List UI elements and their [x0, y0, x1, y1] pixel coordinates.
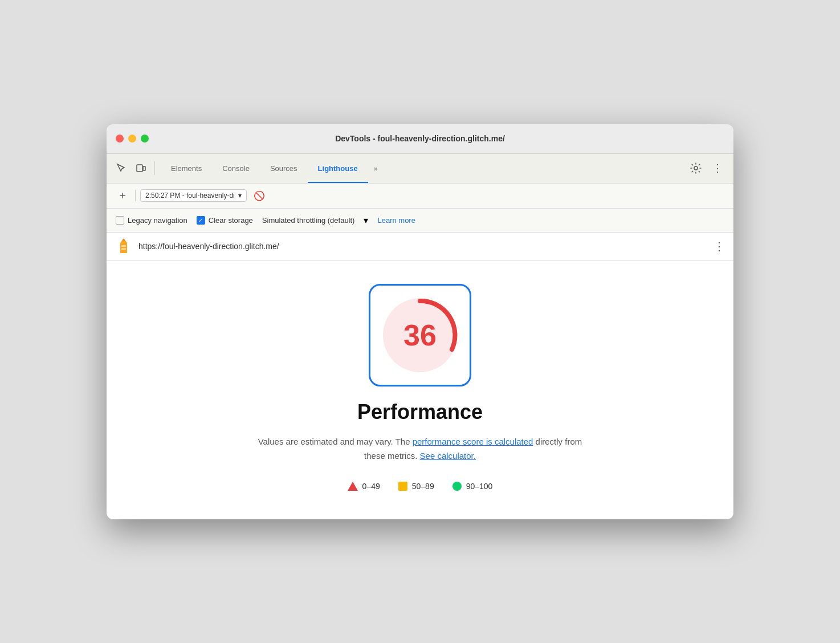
toolbar: Elements Console Sources Lighthouse » ⋮ — [107, 154, 733, 184]
tab-sources[interactable]: Sources — [260, 153, 308, 183]
clear-storage-checkbox[interactable] — [197, 216, 205, 225]
throttle-arrow-icon: ▾ — [364, 215, 368, 226]
lighthouse-logo-icon — [115, 237, 133, 255]
tab-bar: Elements Console Sources Lighthouse » — [161, 153, 421, 183]
legend-item-high: 90–100 — [452, 482, 493, 491]
high-score-icon — [452, 482, 462, 491]
low-score-range: 0–49 — [362, 482, 380, 491]
performance-title: Performance — [357, 400, 483, 424]
learn-more-link[interactable]: Learn more — [377, 216, 415, 225]
minimize-button[interactable] — [128, 135, 136, 143]
sub-toolbar: + 2:50:27 PM - foul-heavenly-di ▾ 🚫 — [107, 184, 733, 209]
block-icon[interactable]: 🚫 — [251, 188, 267, 204]
traffic-lights — [116, 135, 149, 143]
url-display: https://foul-heavenly-direction.glitch.m… — [138, 242, 708, 251]
tab-lighthouse[interactable]: Lighthouse — [308, 153, 368, 183]
svg-rect-6 — [121, 248, 126, 250]
throttle-label: Simulated throttling (default) — [262, 216, 355, 225]
add-run-button[interactable]: + — [115, 188, 131, 204]
more-tabs-button[interactable]: » — [368, 153, 384, 183]
svg-rect-5 — [121, 245, 126, 247]
url-options-button[interactable]: ⋮ — [713, 239, 725, 253]
throttle-dropdown[interactable]: ▾ — [364, 215, 368, 226]
devtools-window: DevTools - foul-heavenly-direction.glitc… — [107, 124, 733, 519]
tab-console[interactable]: Console — [212, 153, 260, 183]
dropdown-arrow-icon: ▾ — [238, 192, 242, 200]
svg-rect-0 — [137, 165, 142, 172]
low-score-icon — [348, 482, 358, 491]
options-bar: Legacy navigation Clear storage Simulate… — [107, 209, 733, 233]
score-card: 36 — [369, 284, 471, 386]
maximize-button[interactable] — [141, 135, 149, 143]
svg-rect-7 — [123, 239, 125, 241]
toolbar-divider — [154, 161, 155, 175]
legacy-nav-checkbox-item[interactable]: Legacy navigation — [116, 216, 187, 225]
high-score-range: 90–100 — [466, 482, 493, 491]
tab-elements[interactable]: Elements — [161, 153, 212, 183]
url-bar: https://foul-heavenly-direction.glitch.m… — [107, 233, 733, 261]
performance-description: Values are estimated and may vary. The p… — [249, 434, 591, 463]
legend-item-medium: 50–89 — [398, 482, 434, 491]
more-options-button[interactable]: ⋮ — [708, 159, 727, 177]
close-button[interactable] — [116, 135, 124, 143]
perf-score-link[interactable]: performance score is calculated — [413, 437, 533, 446]
score-legend: 0–49 50–89 90–100 — [348, 482, 493, 491]
device-toggle-icon[interactable] — [133, 160, 149, 176]
title-bar: DevTools - foul-heavenly-direction.glitc… — [107, 124, 733, 154]
medium-score-range: 50–89 — [412, 482, 434, 491]
inspect-icon[interactable] — [113, 160, 129, 176]
clear-storage-checkbox-item[interactable]: Clear storage — [197, 216, 253, 225]
settings-button[interactable] — [687, 159, 705, 177]
svg-rect-1 — [143, 166, 145, 170]
legacy-nav-checkbox[interactable] — [116, 216, 124, 225]
sub-toolbar-divider — [135, 190, 136, 201]
window-title: DevTools - foul-heavenly-direction.glitc… — [335, 134, 505, 143]
score-arc-svg — [380, 295, 460, 375]
report-selector[interactable]: 2:50:27 PM - foul-heavenly-di ▾ — [140, 189, 247, 202]
medium-score-icon — [398, 482, 407, 491]
legend-item-low: 0–49 — [348, 482, 380, 491]
main-content: 36 Performance Values are estimated and … — [107, 261, 733, 519]
svg-point-2 — [694, 166, 698, 170]
calculator-link[interactable]: See calculator. — [420, 451, 476, 461]
